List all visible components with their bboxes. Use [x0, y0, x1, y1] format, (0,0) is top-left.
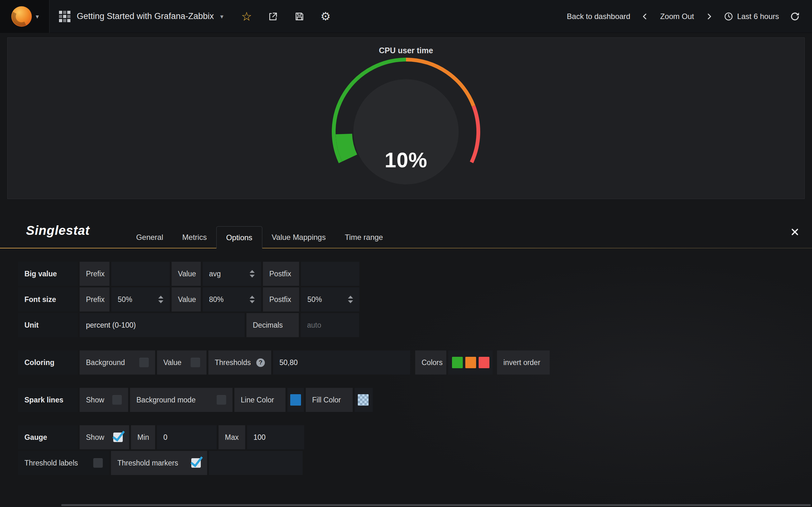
- dashboard-grid-icon: [59, 11, 70, 22]
- background-checkbox[interactable]: [139, 358, 149, 367]
- threshold-color-3-swatch[interactable]: [478, 357, 490, 368]
- threshold-markers-label: Threshold markers: [117, 459, 178, 467]
- unit-label: Unit: [18, 313, 78, 337]
- background-mode-checkbox[interactable]: [217, 395, 226, 405]
- line-color-cell: [287, 388, 304, 412]
- gauge-min-input[interactable]: [157, 425, 217, 449]
- coloring-background-toggle[interactable]: Background: [80, 350, 155, 375]
- share-icon[interactable]: [268, 11, 278, 21]
- gauge-thresholds-row: Threshold labels Threshold markers: [18, 451, 812, 475]
- gauge-value: 10%: [311, 148, 501, 172]
- panel-editor: Singlestat General Metrics Options Value…: [0, 199, 812, 507]
- tab-general[interactable]: General: [126, 226, 172, 248]
- big-value-function-select[interactable]: avg: [203, 262, 261, 286]
- background-mode-label: Background mode: [136, 396, 196, 404]
- back-to-dashboard-button[interactable]: Back to dashboard: [567, 12, 630, 21]
- dashboard-title-button[interactable]: Getting Started with Grafana-Zabbix ▾: [49, 0, 233, 33]
- chevron-left-icon[interactable]: [641, 12, 649, 20]
- singlestat-panel: CPU user time 10%: [7, 38, 805, 199]
- select-arrows-icon: [158, 296, 163, 303]
- select-arrows-icon: [348, 296, 353, 303]
- spark-show-checkbox[interactable]: [112, 395, 122, 405]
- threshold-labels-label: Threshold labels: [24, 459, 78, 467]
- panel-title[interactable]: CPU user time: [8, 38, 804, 55]
- close-editor-button[interactable]: [791, 228, 799, 248]
- max-label: Max: [218, 425, 245, 449]
- gauge-section: Gauge Show Min Max Threshold labels Thre…: [18, 425, 812, 475]
- fill-color-label: Fill Color: [306, 388, 353, 412]
- threshold-color-2-swatch[interactable]: [465, 357, 476, 368]
- value-options-section: Big value Prefix Value avg Postfix Font …: [18, 262, 812, 337]
- threshold-colors: [448, 350, 493, 375]
- big-value-postfix-input[interactable]: [301, 262, 359, 286]
- star-icon[interactable]: ☆: [241, 10, 252, 22]
- dashboard-title: Getting Started with Grafana-Zabbix: [77, 11, 214, 21]
- close-icon: [791, 228, 799, 236]
- show-label: Show: [86, 396, 104, 404]
- coloring-row: Coloring Background Value Thresholds ? C…: [18, 350, 812, 375]
- background-label: Background: [86, 358, 125, 367]
- editor-header: Singlestat General Metrics Options Value…: [0, 199, 812, 248]
- coloring-value-toggle[interactable]: Value: [157, 350, 206, 375]
- grafana-menu-button[interactable]: ▾: [0, 0, 49, 33]
- caret-down-icon: ▾: [220, 13, 223, 20]
- gauge: 10%: [311, 56, 501, 195]
- threshold-markers-toggle[interactable]: Threshold markers: [111, 451, 207, 475]
- gauge-svg: [311, 56, 501, 195]
- coloring-section: Coloring Background Value Thresholds ? C…: [18, 350, 812, 375]
- decimals-input[interactable]: [301, 313, 359, 337]
- gauge-show-checkbox[interactable]: [113, 433, 123, 442]
- navbar-actions: ☆ ⚙: [241, 10, 331, 22]
- tab-options[interactable]: Options: [216, 226, 262, 248]
- threshold-labels-checkbox[interactable]: [93, 458, 103, 468]
- prefix-font-size-select[interactable]: 50%: [111, 287, 170, 312]
- postfix-font-size-select[interactable]: 50%: [301, 287, 359, 312]
- selected-prefix-size: 50%: [118, 295, 132, 304]
- threshold-markers-checkbox[interactable]: [191, 458, 201, 468]
- show-label: Show: [86, 433, 104, 442]
- fill-color-swatch[interactable]: [358, 394, 368, 406]
- invert-order-button[interactable]: invert order: [497, 350, 550, 375]
- prefix-label: Prefix: [80, 262, 109, 286]
- editor-panel-type: Singlestat: [26, 223, 90, 248]
- grafana-logo-icon: [10, 5, 33, 28]
- background-mode-toggle[interactable]: Background mode: [130, 388, 233, 412]
- thresholds-help-icon[interactable]: ?: [256, 358, 265, 367]
- spark-lines-section: Spark lines Show Background mode Line Co…: [18, 388, 812, 412]
- fill-color-cell: [355, 388, 373, 412]
- selected-value-size: 80%: [209, 295, 223, 304]
- value-label: Value: [163, 358, 182, 367]
- tab-value-mappings[interactable]: Value Mappings: [262, 226, 335, 248]
- gauge-show-toggle[interactable]: Show: [80, 425, 129, 449]
- time-picker-button[interactable]: Last 6 hours: [724, 12, 779, 21]
- tab-metrics[interactable]: Metrics: [173, 226, 216, 248]
- min-label: Min: [131, 425, 155, 449]
- tab-time-range[interactable]: Time range: [335, 226, 393, 248]
- threshold-color-1-swatch[interactable]: [452, 357, 463, 368]
- chevron-right-icon[interactable]: [705, 12, 713, 20]
- gauge-row: Gauge Show Min Max: [18, 425, 812, 449]
- thresholds-label: Thresholds ?: [208, 350, 271, 375]
- decimals-label: Decimals: [247, 313, 299, 337]
- threshold-labels-toggle[interactable]: Threshold labels: [18, 451, 109, 475]
- options-form: Big value Prefix Value avg Postfix Font …: [0, 248, 812, 475]
- thresholds-input[interactable]: [273, 350, 410, 375]
- gear-icon[interactable]: ⚙: [320, 11, 331, 22]
- horizontal-scrollbar[interactable]: [61, 504, 811, 506]
- selected-postfix-size: 50%: [307, 295, 322, 304]
- unit-select[interactable]: percent (0-100): [80, 313, 245, 337]
- big-value-row: Big value Prefix Value avg Postfix: [18, 262, 812, 286]
- zoom-out-button[interactable]: Zoom Out: [660, 12, 694, 21]
- gauge-max-input[interactable]: [247, 425, 304, 449]
- spark-show-toggle[interactable]: Show: [80, 388, 128, 412]
- value-checkbox[interactable]: [191, 358, 200, 367]
- line-color-label: Line Color: [235, 388, 286, 412]
- refresh-icon[interactable]: [790, 11, 800, 21]
- big-value-prefix-input[interactable]: [111, 262, 170, 286]
- value-font-size-select[interactable]: 80%: [203, 287, 261, 312]
- value-label: Value: [171, 287, 201, 312]
- save-icon[interactable]: [294, 11, 305, 21]
- empty-cell: [209, 451, 303, 475]
- big-value-label: Big value: [18, 262, 78, 286]
- line-color-swatch[interactable]: [290, 394, 301, 406]
